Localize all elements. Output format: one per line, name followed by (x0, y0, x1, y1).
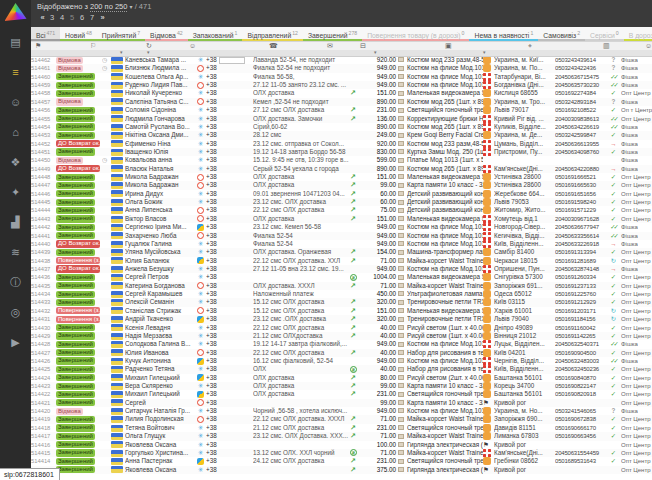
phone-cell[interactable]: +38 (206, 441, 253, 449)
phone-cell[interactable]: +38 (206, 382, 253, 390)
product-column-icon[interactable]: ▣ (445, 41, 452, 50)
phone-cell[interactable]: +38 (206, 407, 253, 415)
table-row[interactable]: 514438Повернення (з...Юлия Баланюк+3822.… (31, 257, 652, 265)
phone-cell[interactable]: +38 (206, 215, 253, 223)
tab-out-of-stock[interactable]: Нема в наявності1 (469, 27, 538, 41)
company-icon[interactable]: ⌂ (0, 117, 31, 147)
phone-column-icon[interactable]: ☎ (269, 41, 278, 50)
chevron-down-icon[interactable]: ▾ (130, 4, 133, 10)
phone-cell[interactable]: +38 (206, 349, 253, 357)
filter-caret-icon[interactable]: ▾ (374, 49, 377, 55)
address-column-icon[interactable]: ⌖ (528, 41, 532, 50)
range-selector[interactable]: 200 по 250 (90, 2, 127, 12)
last-page-button[interactable]: » (97, 13, 107, 22)
table-row[interactable]: 514430ЗавершенийКсенія Левадня✳+3822.12 … (31, 324, 652, 332)
phone-cell[interactable]: +38 (206, 324, 253, 332)
table-row[interactable]: 514422ЗавершенийМихаил Гилецький+38ОЛХ д… (31, 390, 652, 398)
comment-column-icon[interactable]: ✉ (327, 41, 333, 50)
phone-cell[interactable]: +38 (206, 432, 253, 440)
phone-cell[interactable]: +38 (206, 198, 253, 206)
table-row[interactable]: 514431Повернення (з...Андрій Ткаченко+38… (31, 315, 652, 323)
page-number-7[interactable]: 7 (87, 13, 97, 22)
tab-sent[interactable]: Відправлений12 (242, 27, 303, 41)
phone-cell[interactable]: +38 (206, 56, 253, 64)
table-row[interactable]: 514450Відмова◷Ковальова анна✳+3815.12. 9… (31, 156, 652, 164)
table-row[interactable]: 514452ДО Возврат ок...Єфименко Ніна✳+382… (31, 140, 652, 148)
phone-cell[interactable]: +38 (206, 232, 253, 240)
table-row[interactable]: 514423ЗавершенийВера Скляренко✳+38ОЛХ до… (31, 382, 652, 390)
phone-cell[interactable]: +38 (206, 106, 253, 114)
table-row[interactable]: 514451ЗавершенийІващенко Юлія✳+3819.12 1… (31, 148, 652, 156)
table-row[interactable]: 514453ЗавершенийНікітіна Оксана Дми...✳+… (31, 131, 652, 139)
phone-cell[interactable]: +38 (206, 415, 253, 423)
table-row[interactable]: 514448ЗавершенийМикола Бадражан+38ОЛХ до… (31, 173, 652, 181)
table-row[interactable]: 514425ЗавершенийРадченко Тетяна✳+38ОЛХ₴4… (31, 365, 652, 373)
phone-cell[interactable]: +38 (206, 273, 253, 281)
table-row[interactable]: 514455ЗавершенийЛюдмила Гончарова✳+38ОЛХ… (31, 115, 652, 123)
table-row[interactable]: 514445ЗавершенийОльга Божик✳+3823.12 смс… (31, 198, 652, 206)
table-row[interactable]: 514461Відмова◷Близнюк Людмила ...+38Фиал… (31, 64, 652, 72)
table-row[interactable]: 514446ЗавершенийИрина Дидух✳+3809.01 зве… (31, 190, 652, 198)
client-column-icon[interactable]: ☺ (189, 41, 196, 50)
payment-column-icon[interactable]: ⊟ (360, 41, 366, 50)
phone-cell[interactable]: +38 (206, 357, 253, 365)
table-row[interactable]: 514428ЗавершенийСолодкова Галина В...✳+3… (31, 340, 652, 348)
tab-refused[interactable]: Відмова42 (145, 27, 188, 41)
manager-column-icon[interactable]: ☺ (645, 41, 652, 50)
page-number-5[interactable]: 5 (67, 13, 77, 22)
tab-way-home[interactable]: В дорозі додому0 (624, 27, 652, 41)
finance-icon[interactable]: ❖ (0, 147, 31, 177)
phone-cell[interactable]: +38 (206, 374, 253, 382)
first-page-button[interactable]: « (37, 13, 47, 22)
table-row[interactable]: 514435ЗавершенийКатерина Богданова+38ОЛХ… (31, 282, 652, 290)
statistics-icon[interactable]: ▟ (0, 207, 31, 237)
phone-cell[interactable]: +38 (206, 424, 253, 432)
phone-cell[interactable]: +38 (206, 248, 253, 256)
table-row[interactable]: 514419ЗавершенийЛилия Подолинская+3822.1… (31, 415, 652, 423)
table-row[interactable]: 514462Відмова◷Каневська Тамара ...✳+38Ла… (31, 56, 652, 64)
table-row[interactable]: 514440ДО Возврат ок...Гуцалюк Галина✳+38… (31, 240, 652, 248)
table-row[interactable]: 514441ЗавершенийЗахарченко Люба+38Фиалка… (31, 232, 652, 240)
table-row[interactable]: 514433ЗавершенийОлексій Семанін✳+3815.12… (31, 298, 652, 306)
info-icon[interactable]: ⓘ (0, 267, 31, 297)
table-row[interactable]: 514458ЗавершенийНиколай Кучеренко✳+38ОЛХ… (31, 89, 652, 97)
phone-cell[interactable]: +38 (206, 223, 253, 231)
table-row[interactable]: 514457ВідмоваСалєпіна Татьяна С...+38Кем… (31, 98, 652, 106)
tab-all[interactable]: Всі471 (31, 27, 60, 41)
phone-cell[interactable]: +38 (206, 340, 253, 348)
video-icon[interactable]: ▶ (0, 327, 31, 357)
broadcast-icon[interactable]: ✦ (0, 177, 31, 207)
status-flag-column-icon[interactable]: ⚑ (35, 41, 41, 50)
table-row[interactable]: 514436ЗавершенийСергей Петров✳+38₴1004.0… (31, 273, 652, 281)
phone-cell[interactable]: +38 (206, 365, 253, 373)
table-row[interactable]: 514413ЗавершенийЯковлева Оксана✳+38↗375.… (31, 466, 652, 474)
phone-cell[interactable]: +38 (206, 290, 253, 298)
phone-cell[interactable]: +38 (206, 307, 253, 315)
phone-cell[interactable]: +38 (206, 131, 253, 139)
phone-cell[interactable]: +38 (206, 315, 253, 323)
phone-cell[interactable]: +38 (206, 466, 253, 474)
tab-new[interactable]: Новий48 (60, 27, 97, 41)
phone-cell[interactable]: +38 (206, 298, 253, 306)
table-row[interactable]: 514414ЗавершенийАнна Пастернак+3824.12 с… (31, 457, 652, 465)
table-row[interactable]: 514454ЗавершенийСамотій Руслана Во...✳+3… (31, 123, 652, 131)
phone-cell[interactable]: +38 (206, 81, 253, 89)
table-row[interactable]: 514417ЗавершенийОльга Глущук✳+3823.12 см… (31, 432, 652, 440)
table-row[interactable]: 514456ЗавершенийСоломія Сідоніна✳+3827.1… (31, 106, 652, 114)
tab-accepted[interactable]: Прийнятий7 (97, 27, 145, 41)
substatus-flag-column-icon[interactable]: ⚐ (90, 41, 96, 50)
phone-cell[interactable]: +38 (206, 190, 253, 198)
phone-cell[interactable]: +38 (206, 282, 253, 290)
table-row[interactable]: 514442ЗавершенийСергієнко Ірина Ми...+38… (31, 223, 652, 231)
ttn-column-icon[interactable]: ▥ (603, 41, 610, 50)
page-number-3[interactable]: 3 (47, 13, 57, 22)
phone-cell[interactable]: +38 (206, 148, 253, 156)
phone-cell[interactable]: +38 (206, 206, 253, 214)
table-row[interactable]: 514444ЗавершенийАнна Липенська+3822.12 с… (31, 206, 652, 214)
clients-icon[interactable]: ☺ (0, 87, 31, 117)
phone-cell[interactable]: +38 (206, 257, 253, 265)
filter-caret-icon[interactable]: ▾ (147, 49, 150, 55)
phone-cell[interactable]: +38 (206, 449, 253, 457)
phone-cell[interactable]: +38 (206, 64, 253, 72)
table-row[interactable]: 514437ДО Возврат ок...Анжела Безушку✳+38… (31, 265, 652, 273)
